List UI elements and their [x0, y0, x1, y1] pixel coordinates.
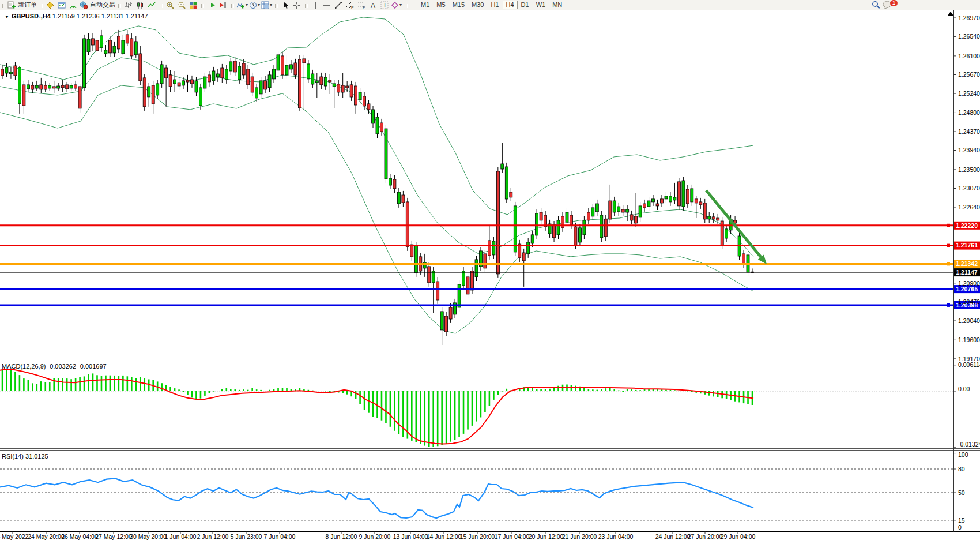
candle	[626, 209, 629, 212]
candle	[536, 213, 538, 235]
svg-text:15 Jun 20:00: 15 Jun 20:00	[460, 533, 495, 540]
candle	[264, 81, 267, 89]
candle	[367, 104, 370, 110]
svg-text:7 Jun 04:00: 7 Jun 04:00	[264, 533, 296, 540]
candle	[242, 63, 245, 75]
svg-text:2 Jun 12:00: 2 Jun 12:00	[197, 533, 229, 540]
candle	[238, 66, 241, 80]
candle	[251, 77, 254, 92]
candle	[466, 277, 469, 294]
candle	[492, 241, 495, 255]
candle	[87, 39, 90, 52]
candle	[385, 129, 387, 179]
svg-text:0.00: 0.00	[958, 385, 970, 392]
candle	[363, 96, 366, 106]
candle	[496, 171, 499, 274]
candle	[604, 219, 607, 237]
candle	[117, 36, 120, 49]
candle	[212, 71, 215, 81]
candle	[1, 69, 4, 76]
svg-text:20 Jun 12:00: 20 Jun 12:00	[529, 533, 564, 540]
candle	[462, 271, 465, 286]
macd-panel: 0.0061140.00-0.013241	[0, 361, 980, 448]
candle	[259, 81, 262, 94]
svg-text:27 May 12:00: 27 May 12:00	[95, 533, 132, 540]
candle	[471, 271, 474, 290]
candle	[566, 212, 568, 222]
svg-text:1.19600: 1.19600	[958, 336, 980, 343]
candle	[600, 215, 603, 238]
candle	[677, 182, 680, 206]
candle	[139, 54, 142, 81]
macd-values: -0.003262 -0.001697	[46, 363, 106, 370]
candle	[108, 40, 111, 53]
candle	[83, 39, 86, 88]
macd-label: MACD(12,26,9) -0.003262 -0.001697	[2, 363, 107, 370]
candle	[152, 85, 154, 104]
candle	[225, 69, 228, 80]
candle	[682, 181, 685, 207]
candle	[104, 50, 107, 54]
candle	[78, 87, 81, 108]
candle	[174, 80, 176, 84]
candle	[35, 85, 38, 88]
chart-title: ▼GBPUSD-,H4 1.21159 1.21236 1.21131 1.21…	[5, 13, 148, 20]
candle	[376, 117, 379, 134]
candle	[389, 178, 391, 185]
candle	[122, 40, 125, 54]
arrow-shaft[interactable]	[706, 190, 761, 257]
svg-text:50: 50	[958, 489, 965, 496]
candle	[397, 192, 400, 204]
candle	[669, 196, 672, 202]
candle	[337, 84, 340, 92]
candle	[229, 62, 232, 71]
candle	[665, 196, 668, 199]
candle	[346, 86, 349, 88]
trend-arrow[interactable]	[706, 190, 767, 264]
mt4-window: 新订单自动交易▾▾▾EFAT▾M1M5M15M30H1H4D1W1MN1 1.2…	[0, 0, 980, 540]
candle	[221, 68, 224, 78]
candle	[320, 77, 323, 85]
candle	[57, 86, 60, 88]
candle	[673, 197, 676, 200]
candle	[277, 55, 280, 70]
candle	[540, 212, 542, 220]
svg-text:13 Jun 04:00: 13 Jun 04:00	[393, 533, 428, 540]
candle	[169, 75, 172, 87]
candle	[621, 209, 624, 212]
svg-text:1.23500: 1.23500	[958, 166, 980, 173]
candle	[195, 81, 198, 92]
candle	[643, 204, 646, 208]
candle	[143, 78, 146, 107]
candle	[393, 179, 396, 189]
candle	[531, 235, 534, 243]
candle	[695, 199, 698, 203]
candle	[285, 65, 288, 75]
candle	[359, 92, 361, 100]
candle	[298, 59, 301, 108]
candle	[96, 40, 99, 51]
chart-menu-triangle-icon[interactable]: ▼	[5, 14, 9, 20]
horizontal-level-lines[interactable]: 1.222201.217611.213421.211471.207651.203…	[0, 222, 980, 309]
candle	[583, 220, 586, 235]
candle	[380, 123, 383, 132]
date-axis: 3 May 202224 May 20:0026 May 04:0027 May…	[0, 532, 756, 540]
candle	[303, 59, 306, 63]
svg-text:0.006114: 0.006114	[958, 361, 980, 368]
candle	[31, 85, 34, 89]
candle	[527, 242, 530, 254]
candle	[578, 228, 581, 242]
candle	[294, 63, 297, 75]
svg-text:8 Jun 12:00: 8 Jun 12:00	[326, 533, 357, 540]
candle	[717, 218, 719, 220]
svg-text:23 Jun 04:00: 23 Jun 04:00	[598, 533, 634, 540]
candle	[656, 204, 659, 206]
candle	[445, 316, 448, 332]
candle	[595, 204, 598, 212]
svg-text:1.20470: 1.20470	[958, 298, 980, 305]
bollinger-bands	[0, 17, 753, 333]
svg-text:29 Jun 04:00: 29 Jun 04:00	[721, 533, 756, 540]
candle	[440, 312, 443, 330]
candle	[402, 195, 405, 202]
macd-name: MACD(12,26,9)	[2, 363, 46, 370]
